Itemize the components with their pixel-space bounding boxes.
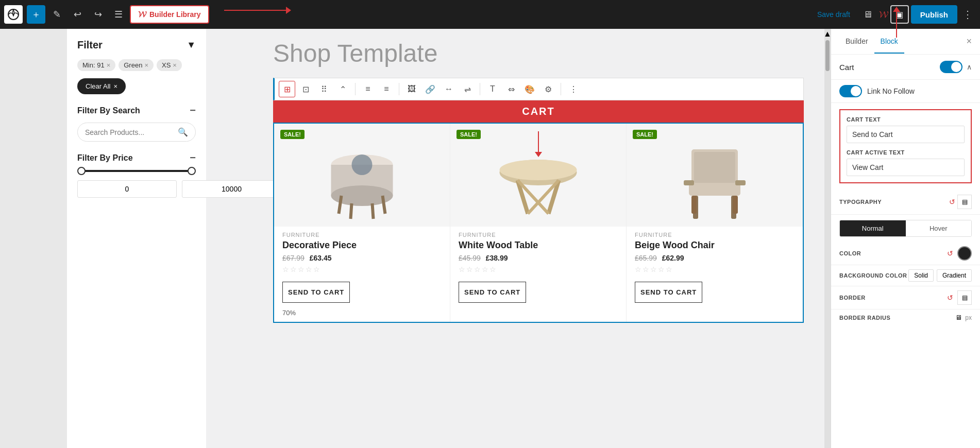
- builder-library-button[interactable]: 𝓦 Builder Library: [130, 5, 209, 24]
- solid-button[interactable]: Solid: [908, 269, 934, 282]
- undo-button[interactable]: ↩: [68, 5, 87, 24]
- cart-chevron-up[interactable]: ∧: [967, 63, 972, 71]
- collapse-search-icon[interactable]: −: [190, 105, 196, 116]
- block-toolbar: ⊞ ⊡ ⠿ ⌃ ≡ ≡ 🖼: [273, 78, 804, 100]
- save-draft-button[interactable]: Save draft: [811, 7, 856, 22]
- search-input[interactable]: [85, 128, 178, 136]
- image-button[interactable]: 🖼: [403, 81, 420, 97]
- stars-3: ☆☆☆☆☆: [627, 265, 803, 279]
- align-left-button[interactable]: ≡: [360, 81, 376, 97]
- stars-1: ☆☆☆☆☆: [274, 265, 450, 279]
- scroll-thumb[interactable]: [825, 40, 830, 71]
- palette-button[interactable]: 🎨: [521, 81, 538, 97]
- filter-search-label: Filter By Search: [77, 106, 140, 115]
- canvas-scrollbar[interactable]: ▲: [824, 29, 831, 448]
- more-toolbar-icon: ⋮: [569, 84, 578, 94]
- tab-builder[interactable]: Builder: [839, 30, 874, 54]
- product-card-1: SALE!: [274, 124, 450, 322]
- redo-button[interactable]: ↪: [89, 5, 107, 24]
- hover-state-tab[interactable]: Hover: [906, 220, 972, 236]
- more-toolbar-button[interactable]: ⋮: [565, 81, 582, 97]
- adjust-button[interactable]: ⇌: [459, 81, 476, 97]
- border-icon-btn[interactable]: ▤: [957, 290, 972, 305]
- slider-thumb-max[interactable]: [188, 167, 196, 175]
- gradient-button[interactable]: Gradient: [937, 269, 972, 282]
- block-type-button[interactable]: ⊡: [297, 81, 314, 97]
- filter-tag-min[interactable]: Min: 91 ×: [77, 59, 115, 71]
- preview-button[interactable]: 🖥: [858, 5, 877, 24]
- panel-close-button[interactable]: ×: [966, 36, 972, 47]
- scroll-up-button[interactable]: ▲: [824, 29, 831, 39]
- filter-tag-min-label: Min: 91: [82, 61, 105, 69]
- filter-tag-green-remove[interactable]: ×: [144, 61, 148, 69]
- cart-text-section: CART TEXT CART ACTIVE TEXT: [839, 109, 972, 183]
- page-title: Shop Template: [206, 29, 824, 78]
- columns-icon: ⊞: [284, 84, 291, 94]
- border-reset-button[interactable]: ↺: [946, 292, 954, 303]
- palette-icon: 🎨: [525, 84, 535, 94]
- link-no-follow-label: Link No Follow: [867, 87, 915, 95]
- redo-icon: ↪: [94, 9, 102, 20]
- cart-toggle-section: Cart ∧: [831, 55, 980, 80]
- cart-toggle[interactable]: [940, 61, 962, 73]
- svg-rect-23: [735, 180, 746, 185]
- filter-tag-green[interactable]: Green ×: [119, 59, 154, 71]
- text-button[interactable]: T: [484, 81, 501, 97]
- clear-all-button[interactable]: Clear All ×: [77, 78, 126, 94]
- align-left-icon: ≡: [365, 84, 370, 94]
- color-swatch[interactable]: [957, 246, 972, 261]
- more-options-button[interactable]: ⋮: [959, 8, 976, 21]
- filter-tag-xs-remove[interactable]: ×: [173, 61, 177, 69]
- collapse-price-icon[interactable]: −: [190, 152, 196, 164]
- normal-state-tab[interactable]: Normal: [840, 220, 906, 236]
- typography-reset-button[interactable]: ↺: [948, 197, 956, 207]
- settings-button[interactable]: ⚙: [540, 81, 556, 97]
- cart-section: CART: [206, 100, 824, 123]
- builder-library-label: Builder Library: [149, 10, 201, 19]
- toggle-knob: [951, 62, 961, 72]
- clear-all-x-icon: ×: [113, 82, 117, 90]
- toolbar-separator-2: [399, 83, 399, 95]
- color-reset-button[interactable]: ↺: [946, 248, 954, 259]
- filter-tag-xs[interactable]: XS ×: [157, 59, 182, 71]
- list-view-button[interactable]: ☰: [109, 5, 128, 24]
- price-slider[interactable]: [77, 170, 196, 172]
- product-category-3: FURNITURE: [627, 227, 803, 240]
- filter-tag-xs-label: XS: [162, 61, 171, 69]
- move-up-button[interactable]: ⌃: [334, 81, 351, 97]
- columns-button[interactable]: ⊞: [279, 81, 295, 97]
- add-block-button[interactable]: ＋: [27, 5, 45, 24]
- svg-rect-17: [689, 183, 740, 196]
- align-center-button[interactable]: ≡: [378, 81, 395, 97]
- filter-tags: Min: 91 × Green × XS ×: [77, 59, 196, 71]
- shop-main: Shop Template ⊞ ⊡ ⠿ ⌃ ≡: [206, 29, 824, 448]
- border-row-label: BORDER: [839, 295, 866, 301]
- resize-button[interactable]: ⇔: [503, 81, 519, 97]
- price-min-input[interactable]: [77, 180, 177, 198]
- slider-thumb-min[interactable]: [77, 167, 86, 175]
- svg-line-6: [351, 203, 352, 219]
- send-to-cart-button-2[interactable]: SEND TO CART: [459, 282, 526, 303]
- cart-active-text-input[interactable]: [847, 159, 965, 176]
- wordpress-logo[interactable]: [4, 5, 23, 24]
- grid-button[interactable]: ⠿: [316, 81, 332, 97]
- typography-icon-btn[interactable]: ▤: [957, 195, 972, 209]
- settings-icon: ⚙: [545, 84, 552, 94]
- edit-button[interactable]: ✎: [47, 5, 66, 24]
- product-name-1: Decorative Piece: [274, 240, 450, 254]
- send-to-cart-button-1[interactable]: SEND TO CART: [282, 282, 350, 303]
- cart-text-input[interactable]: [847, 126, 965, 143]
- border-radius-row: BORDER RADIUS 🖥 px: [831, 309, 980, 325]
- top-bar: ＋ ✎ ↩ ↪ ☰ 𝓦 Builder Library Save draft 🖥…: [0, 0, 980, 29]
- border-row: BORDER ↺ ▤: [831, 286, 980, 309]
- filter-tag-min-remove[interactable]: ×: [107, 61, 111, 69]
- publish-button[interactable]: Publish: [911, 5, 957, 24]
- link-button[interactable]: 🔗: [422, 81, 438, 97]
- filter-icon: ▼: [187, 40, 196, 50]
- send-to-cart-button-3[interactable]: SEND TO CART: [635, 282, 702, 303]
- link-no-follow-toggle[interactable]: [839, 85, 862, 97]
- adjust-icon: ⇌: [464, 84, 471, 94]
- typography-controls: ↺ ▤: [948, 195, 972, 209]
- cart-banner: CART: [273, 100, 804, 123]
- width-button[interactable]: ↔: [441, 81, 457, 97]
